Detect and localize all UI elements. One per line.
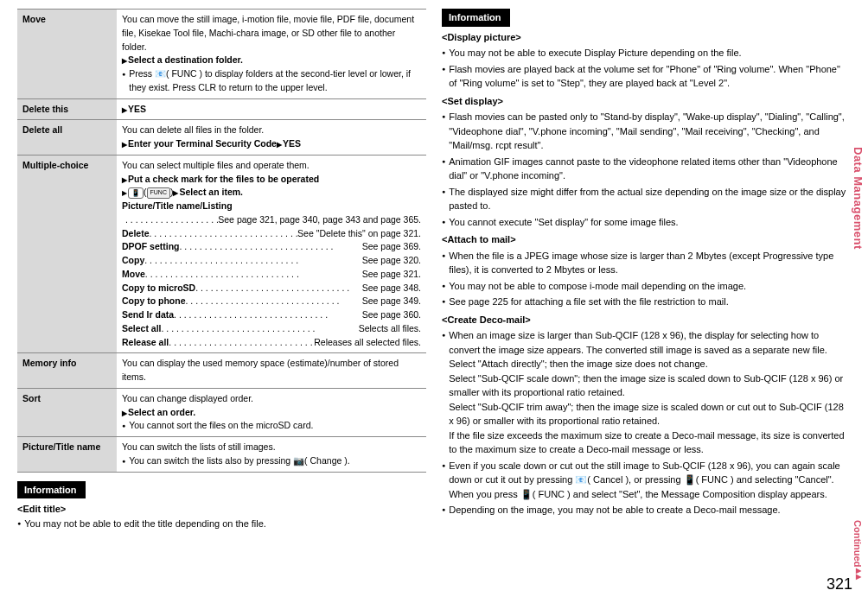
row-multi-body: You can select multiple files and operat… [117,155,426,353]
row-move-label: Move [17,10,117,99]
info-bullet: Flash movies are played back at the volu… [442,62,851,91]
list-item: Copy to phoneSee page 349. [122,295,421,308]
row-deleteall-label: Delete all [17,120,117,156]
row-deletethis-body: YES [117,98,426,120]
row-sort-body: You can change displayed order. Select a… [117,388,426,436]
list-item: See page 321, page 340, page 343 and pag… [122,213,421,227]
continued-indicator: Continued [851,520,865,579]
info-bullet: You may not be able to execute Display P… [442,46,851,60]
info-bullet: Animation GIF images cannot paste to the… [442,155,851,183]
edit-title-heading: <Edit title> [17,502,426,517]
information-header-left: Information [17,481,86,499]
list-item: MoveSee page 321. [122,268,421,282]
list-item: Send Ir dataSee page 360. [122,308,421,322]
row-deleteall-body: You can delete all files in the folder. … [117,120,426,156]
function-table: Move You can move the still image, i-mot… [17,9,426,473]
row-sort-label: Sort [17,388,117,436]
info-bullet: When the file is a JPEG image whose size… [442,249,851,277]
section-title: <Create Deco-mail> [442,313,851,327]
info-bullet: Flash movies can be pasted only to "Stan… [442,110,851,153]
section-title: <Attach to mail> [442,232,851,247]
information-header-right: Information [442,9,510,27]
row-memory-label: Memory info [17,353,117,389]
row-memory-body: You can display the used memory space (e… [117,353,426,389]
list-item: Copy to microSDSee page 348. [122,282,421,295]
info-bullet: Depending on the image, you may not be a… [442,503,851,517]
info-bullet: You may not be able to compose i-mode ma… [442,279,851,294]
info-bullet: Even if you scale down or cut out the st… [442,459,851,502]
info-bullet: You cannot execute "Set display" for som… [442,215,851,230]
list-item: DeleteSee "Delete this" on page 321. [122,227,421,241]
info-bullet: The displayed size might differ from the… [442,185,851,213]
row-pictitle-label: Picture/Title name [17,437,117,473]
row-pictitle-body: You can switch the lists of still images… [117,437,426,473]
list-item: CopySee page 320. [122,254,421,268]
list-item: Release allReleases all selected files. [122,336,421,350]
page-number: 321 [827,573,852,596]
edit-title-note: You may not be able to edit the title de… [17,517,426,531]
row-deletethis-label: Delete this [17,98,117,120]
info-sections: <Display picture>You may not be able to … [442,30,851,517]
row-multi-label: Multiple-choice [17,155,117,353]
info-bullet: See page 225 for attaching a file set wi… [442,295,851,309]
row-move-body: You can move the still image, i-motion f… [117,10,426,99]
section-title: <Display picture> [442,30,851,45]
list-item: DPOF settingSee page 369. [122,240,421,254]
info-bullet: When an image size is larger than Sub-QC… [442,328,851,457]
section-title: <Set display> [442,94,851,109]
side-tab: Data Management [850,147,867,250]
list-item: Select allSelects all files. [122,322,421,336]
